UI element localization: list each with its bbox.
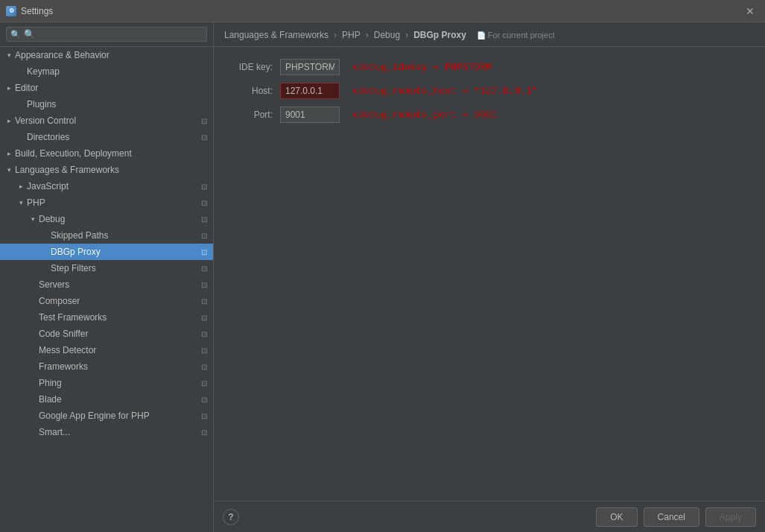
ide-key-input[interactable] — [280, 59, 340, 75]
ide-key-label: IDE key: — [224, 62, 273, 72]
sidebar-item-label: Skipped Paths — [51, 230, 198, 241]
title-bar-left: ⚙ Settings — [6, 6, 53, 16]
search-input[interactable] — [24, 29, 203, 39]
sidebar-item-google-app-engine[interactable]: Google App Engine for PHP ⊡ — [0, 408, 213, 424]
sidebar-item-composer[interactable]: Composer ⊡ — [0, 293, 213, 309]
content-area: Languages & Frameworks › PHP › Debug › D… — [214, 22, 765, 532]
sidebar-item-servers[interactable]: Servers ⊡ — [0, 276, 213, 293]
help-button[interactable]: ? — [223, 509, 239, 525]
sidebar-item-label: Languages & Frameworks — [15, 165, 213, 175]
config-icon: ⊡ — [198, 213, 210, 225]
sidebar-item-javascript[interactable]: JavaScript ⊡ — [0, 178, 213, 194]
breadcrumb-item-3: Debug — [374, 30, 400, 40]
close-button[interactable]: ✕ — [741, 4, 759, 19]
sidebar-item-directories[interactable]: Directories ⊡ — [0, 129, 213, 145]
main-container: 🔍 Appearance & Behavior Keymap Editor — [0, 22, 765, 532]
search-inner[interactable]: 🔍 — [6, 27, 207, 42]
action-buttons: OK Cancel Apply — [596, 507, 756, 527]
apply-button[interactable]: Apply — [705, 507, 756, 527]
breadcrumb-current: DBGp Proxy — [413, 30, 466, 40]
sidebar-item-lang[interactable]: Languages & Frameworks — [0, 162, 213, 178]
sidebar-item-version-control[interactable]: Version Control ⊡ — [0, 113, 213, 129]
sidebar-item-code-sniffer[interactable]: Code Sniffer ⊡ — [0, 326, 213, 342]
sidebar-item-label: Plugins — [27, 99, 213, 110]
project-badge-icon: 📄 — [477, 31, 486, 39]
project-badge-label: For current project — [488, 31, 555, 39]
config-icon: ⊡ — [198, 229, 210, 241]
sidebar-item-label: Directories — [27, 132, 198, 142]
sidebar-item-debug[interactable]: Debug ⊡ — [0, 211, 213, 227]
arrow-icon — [27, 328, 39, 340]
sidebar-item-label: Keymap — [27, 66, 213, 77]
arrow-icon — [3, 115, 15, 127]
sidebar-item-label: Appearance & Behavior — [15, 50, 213, 60]
arrow-icon — [27, 311, 39, 323]
sidebar-item-label: Mess Detector — [39, 345, 198, 355]
host-input[interactable] — [280, 83, 340, 99]
breadcrumb-sep: › — [366, 30, 369, 40]
bottom-bar: ? OK Cancel Apply — [214, 501, 765, 532]
search-icon: 🔍 — [10, 30, 21, 39]
sidebar-item-build[interactable]: Build, Execution, Deployment — [0, 145, 213, 162]
sidebar-item-frameworks[interactable]: Frameworks ⊡ — [0, 358, 213, 375]
config-icon: ⊡ — [198, 131, 210, 143]
sidebar-item-appearance[interactable]: Appearance & Behavior — [0, 47, 213, 63]
sidebar-item-label: Google App Engine for PHP — [39, 411, 198, 421]
ok-button[interactable]: OK — [596, 507, 637, 527]
config-icon: ⊡ — [198, 197, 210, 209]
sidebar-item-keymap[interactable]: Keymap — [0, 63, 213, 80]
sidebar-item-test-frameworks[interactable]: Test Frameworks ⊡ — [0, 309, 213, 326]
port-input[interactable] — [280, 107, 340, 123]
sidebar-item-label: PHP — [27, 197, 198, 208]
breadcrumb-item-1: Languages & Frameworks — [224, 30, 328, 40]
sidebar-item-label: Composer — [39, 296, 198, 306]
ide-key-row: IDE key: xdebug.idekey = PHPSTORM — [224, 59, 755, 75]
sidebar-item-label: DBGp Proxy — [51, 247, 198, 257]
breadcrumb-sep: › — [405, 30, 408, 40]
app-icon: ⚙ — [6, 6, 16, 16]
content-body: IDE key: xdebug.idekey = PHPSTORM Host: … — [214, 47, 765, 501]
sidebar-item-phing[interactable]: Phing ⊡ — [0, 375, 213, 391]
sidebar-item-smarty[interactable]: Smart... ⊡ — [0, 424, 213, 440]
host-code: xdebug.remote_host = “127.0.0.1” — [352, 86, 538, 97]
arrow-icon — [27, 279, 39, 291]
sidebar-item-label: Editor — [15, 83, 213, 93]
sidebar-item-label: Code Sniffer — [39, 329, 198, 339]
sidebar-item-mess-detector[interactable]: Mess Detector ⊡ — [0, 342, 213, 358]
arrow-icon — [3, 148, 15, 159]
sidebar-item-label: Servers — [39, 279, 198, 290]
config-icon: ⊡ — [198, 344, 210, 356]
sidebar-item-skipped-paths[interactable]: Skipped Paths ⊡ — [0, 227, 213, 244]
sidebar-item-label: Step Filters — [51, 263, 198, 273]
arrow-icon — [27, 426, 39, 438]
config-icon: ⊡ — [198, 361, 210, 373]
config-icon: ⊡ — [198, 393, 210, 405]
title-bar: ⚙ Settings ✕ — [0, 0, 765, 22]
sidebar-item-label: Blade — [39, 394, 198, 405]
config-icon: ⊡ — [198, 295, 210, 307]
sidebar-item-editor[interactable]: Editor — [0, 80, 213, 96]
breadcrumb-sep: › — [334, 30, 337, 40]
arrow-icon — [15, 180, 27, 192]
config-icon: ⊡ — [198, 311, 210, 323]
cancel-button[interactable]: Cancel — [644, 507, 699, 527]
arrow-icon — [15, 197, 27, 209]
arrow-icon — [39, 229, 51, 241]
sidebar: 🔍 Appearance & Behavior Keymap Editor — [0, 22, 214, 532]
config-icon: ⊡ — [198, 410, 210, 422]
sidebar-item-step-filters[interactable]: Step Filters ⊡ — [0, 260, 213, 276]
config-icon: ⊡ — [198, 328, 210, 340]
config-icon: ⊡ — [198, 262, 210, 274]
ide-key-code: xdebug.idekey = PHPSTORM — [352, 62, 491, 73]
sidebar-item-php[interactable]: PHP ⊡ — [0, 194, 213, 211]
arrow-icon — [3, 49, 15, 61]
config-icon: ⊡ — [198, 180, 210, 192]
breadcrumb: Languages & Frameworks › PHP › Debug › D… — [214, 22, 765, 47]
sidebar-item-dbgp-proxy[interactable]: DBGp Proxy ⊡ — [0, 244, 213, 260]
config-icon: ⊡ — [198, 115, 210, 127]
sidebar-item-blade[interactable]: Blade ⊡ — [0, 391, 213, 408]
sidebar-item-plugins[interactable]: Plugins — [0, 96, 213, 113]
arrow-icon — [15, 131, 27, 143]
config-icon: ⊡ — [198, 426, 210, 438]
breadcrumb-item-2: PHP — [342, 30, 361, 40]
